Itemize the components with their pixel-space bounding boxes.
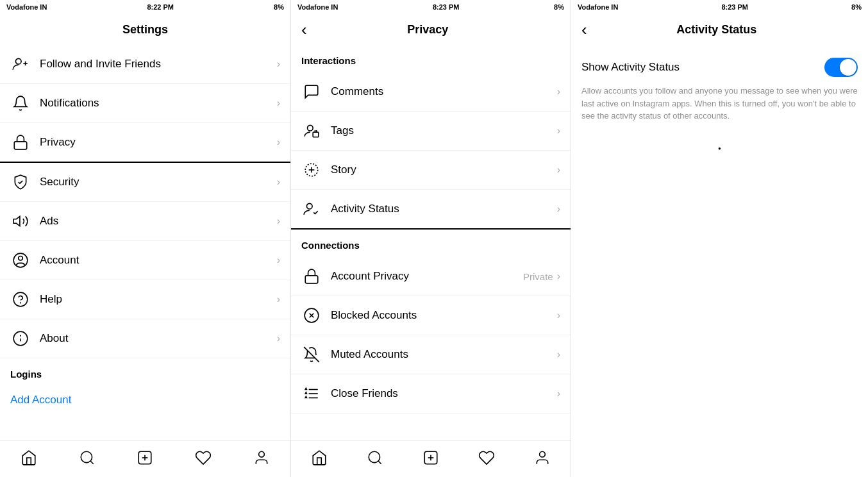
activity-status-panel: Vodafone IN 8:23 PM 8% ‹ Activity Status… [571,0,868,477]
dot-indicator: ● [571,135,868,162]
circle-x-icon [301,305,322,326]
battery-mid: 8% [554,3,564,11]
privacy-nav-bar: ‹ Privacy [291,14,571,45]
about-label: About [40,332,277,345]
star-list-icon [301,383,322,404]
svg-point-37 [369,451,380,462]
activity-description: Allow accounts you follow and anyone you… [581,85,858,122]
person-circle-icon [10,250,31,271]
bottom-nav-left [0,440,290,477]
add-nav-mid[interactable] [417,444,444,471]
profile-nav-left[interactable] [248,444,275,471]
story-label: Story [331,163,557,176]
privacy-item-account-privacy[interactable]: Account Privacy Private › [291,257,571,296]
settings-item-about[interactable]: About › [0,319,290,358]
add-account-link[interactable]: Add Account [0,385,290,415]
privacy-item-activity-status[interactable]: Activity Status › [291,190,571,230]
carrier-right: Vodafone IN [578,3,618,11]
security-chevron: › [277,176,280,188]
blocked-accounts-chevron: › [557,310,560,321]
status-bar-left: Vodafone IN 8:22 PM 8% [0,0,290,14]
ads-label: Ads [40,215,277,228]
bottom-nav-mid [291,440,571,477]
svg-point-0 [15,58,21,64]
activity-toggle-label: Show Activity Status [581,61,680,74]
heart-nav-left[interactable] [190,444,217,471]
activity-status-title: Activity Status [592,23,841,37]
heart-nav-mid[interactable] [473,444,500,471]
settings-item-ads[interactable]: Ads › [0,202,290,241]
settings-title: Settings [27,23,263,37]
notifications-label: Notifications [40,97,277,110]
lock-icon-settings [10,132,31,153]
activity-nav-bar: ‹ Activity Status [571,14,868,45]
story-chevron: › [557,164,560,176]
status-bar-right: Vodafone IN 8:23 PM 8% [571,0,868,14]
svg-rect-26 [305,276,318,283]
svg-point-6 [19,256,23,261]
activity-status-chevron: › [557,203,560,215]
megaphone-icon [10,211,31,231]
settings-list: Follow and Invite Friends › Notification… [0,45,290,440]
logins-section-header: Logins [0,358,290,385]
battery-left: 8% [274,3,284,11]
story-circle-icon [301,160,322,180]
bell-icon [10,93,31,113]
svg-marker-35 [305,392,306,394]
privacy-label: Privacy [40,136,277,149]
privacy-item-close-friends[interactable]: Close Friends › [291,374,571,414]
account-chevron: › [277,255,280,266]
home-nav-left[interactable] [15,444,42,471]
svg-point-25 [306,203,312,209]
privacy-title: Privacy [312,23,544,37]
shield-icon [10,172,31,192]
carrier-mid: Vodafone IN [297,3,338,11]
svg-point-7 [13,292,28,306]
person-add-icon [10,54,31,74]
svg-line-38 [378,461,381,464]
person-check-icon [301,199,322,219]
activity-back-button[interactable]: ‹ [581,21,587,38]
privacy-item-story[interactable]: Story › [291,151,571,190]
home-nav-mid[interactable] [306,444,333,471]
svg-rect-3 [14,142,27,149]
settings-item-notifications[interactable]: Notifications › [0,84,290,123]
follow-chevron: › [277,58,280,70]
activity-content: Show Activity Status Allow accounts you … [571,45,868,135]
settings-nav-bar: Settings [0,14,290,45]
privacy-item-blocked[interactable]: Blocked Accounts › [291,296,571,335]
svg-marker-4 [13,216,20,226]
connections-header: Connections [291,230,571,257]
security-label: Security [40,176,277,188]
settings-item-account[interactable]: Account › [0,241,290,280]
privacy-item-tags[interactable]: Tags › [291,112,571,151]
notifications-chevron: › [277,97,280,109]
battery-right: 8% [851,3,862,11]
svg-rect-19 [313,132,319,137]
time-mid: 8:23 PM [433,3,460,11]
bell-slash-icon [301,344,322,365]
privacy-back-button[interactable]: ‹ [301,21,307,38]
privacy-item-comments[interactable]: Comments › [291,72,571,112]
privacy-item-muted[interactable]: Muted Accounts › [291,335,571,374]
lock-privacy-icon [301,266,322,287]
muted-accounts-label: Muted Accounts [331,348,557,361]
close-friends-chevron: › [557,388,560,399]
privacy-list: Interactions Comments › Tags [291,45,571,440]
settings-item-security[interactable]: Security › [0,163,290,202]
settings-item-help[interactable]: Help › [0,280,290,319]
search-nav-left[interactable] [74,444,101,471]
search-nav-mid[interactable] [362,444,388,471]
settings-item-privacy[interactable]: Privacy › [0,123,290,163]
add-nav-left[interactable] [131,444,158,471]
activity-toggle-row: Show Activity Status [581,58,858,77]
settings-item-follow[interactable]: Follow and Invite Friends › [0,45,290,84]
activity-toggle-switch[interactable] [824,58,858,77]
status-bar-mid: Vodafone IN 8:23 PM 8% [291,0,571,14]
follow-label: Follow and Invite Friends [40,58,277,71]
svg-point-18 [308,125,313,131]
carrier-left: Vodafone IN [6,3,47,11]
time-right: 8:23 PM [721,3,748,11]
profile-nav-mid[interactable] [529,444,556,471]
svg-point-12 [81,451,92,462]
